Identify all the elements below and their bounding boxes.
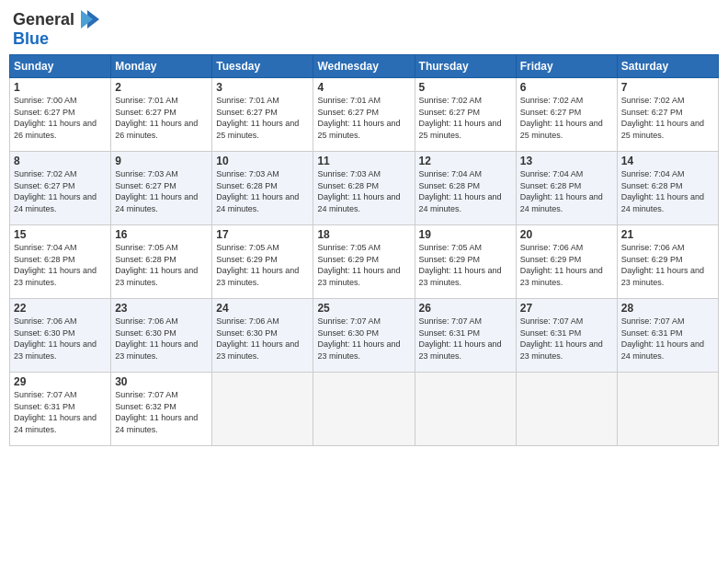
day-number: 1 [14, 81, 107, 94]
day-info: Sunrise: 7:01 AMSunset: 6:27 PMDaylight:… [115, 96, 198, 140]
calendar-day-cell: 20 Sunrise: 7:06 AMSunset: 6:29 PMDaylig… [516, 225, 617, 299]
weekday-header: Saturday [617, 55, 718, 78]
day-number: 4 [317, 81, 410, 94]
day-number: 17 [216, 228, 309, 241]
day-info: Sunrise: 7:02 AMSunset: 6:27 PMDaylight:… [419, 96, 502, 140]
day-number: 30 [115, 375, 208, 388]
calendar-day-cell [313, 373, 415, 446]
day-info: Sunrise: 7:05 AMSunset: 6:29 PMDaylight:… [216, 243, 299, 287]
day-number: 14 [621, 155, 714, 167]
day-number: 26 [419, 302, 512, 315]
day-info: Sunrise: 7:01 AMSunset: 6:27 PMDaylight:… [216, 96, 299, 140]
calendar-week-row: 8 Sunrise: 7:02 AMSunset: 6:27 PMDayligh… [10, 152, 719, 225]
day-number: 11 [317, 155, 410, 167]
day-number: 2 [115, 81, 208, 94]
day-info: Sunrise: 7:03 AMSunset: 6:27 PMDaylight:… [115, 169, 198, 213]
calendar-day-cell: 13 Sunrise: 7:04 AMSunset: 6:28 PMDaylig… [516, 152, 617, 225]
calendar-day-cell: 6 Sunrise: 7:02 AMSunset: 6:27 PMDayligh… [516, 78, 617, 152]
calendar-day-cell: 19 Sunrise: 7:05 AMSunset: 6:29 PMDaylig… [415, 225, 516, 299]
day-info: Sunrise: 7:07 AMSunset: 6:31 PMDaylight:… [14, 390, 97, 434]
calendar-header-row: SundayMondayTuesdayWednesdayThursdayFrid… [10, 55, 719, 78]
page-header: General Blue [9, 9, 719, 49]
calendar-day-cell: 21 Sunrise: 7:06 AMSunset: 6:29 PMDaylig… [617, 225, 718, 299]
weekday-header: Tuesday [212, 55, 313, 78]
day-number: 13 [520, 155, 613, 167]
day-number: 5 [419, 81, 512, 94]
day-number: 28 [621, 302, 714, 315]
calendar-day-cell: 29 Sunrise: 7:07 AMSunset: 6:31 PMDaylig… [10, 373, 111, 446]
day-info: Sunrise: 7:07 AMSunset: 6:32 PMDaylight:… [115, 390, 198, 434]
day-number: 6 [520, 81, 613, 94]
calendar-day-cell: 26 Sunrise: 7:07 AMSunset: 6:31 PMDaylig… [415, 299, 516, 373]
day-info: Sunrise: 7:07 AMSunset: 6:30 PMDaylight:… [317, 316, 400, 361]
day-info: Sunrise: 7:03 AMSunset: 6:28 PMDaylight:… [317, 169, 400, 213]
calendar-day-cell: 10 Sunrise: 7:03 AMSunset: 6:28 PMDaylig… [212, 152, 313, 225]
calendar-day-cell: 4 Sunrise: 7:01 AMSunset: 6:27 PMDayligh… [313, 78, 415, 152]
day-info: Sunrise: 7:04 AMSunset: 6:28 PMDaylight:… [520, 169, 603, 213]
day-number: 23 [115, 302, 208, 315]
day-number: 7 [621, 81, 714, 94]
day-info: Sunrise: 7:04 AMSunset: 6:28 PMDaylight:… [621, 169, 704, 213]
calendar-week-row: 29 Sunrise: 7:07 AMSunset: 6:31 PMDaylig… [10, 373, 719, 446]
calendar-day-cell: 16 Sunrise: 7:05 AMSunset: 6:28 PMDaylig… [111, 225, 212, 299]
day-info: Sunrise: 7:07 AMSunset: 6:31 PMDaylight:… [419, 316, 502, 361]
day-info: Sunrise: 7:06 AMSunset: 6:30 PMDaylight:… [14, 316, 97, 361]
day-number: 12 [419, 155, 512, 167]
calendar-day-cell [212, 373, 313, 446]
day-info: Sunrise: 7:05 AMSunset: 6:29 PMDaylight:… [317, 243, 400, 287]
day-number: 24 [216, 302, 309, 315]
day-info: Sunrise: 7:02 AMSunset: 6:27 PMDaylight:… [520, 96, 603, 140]
calendar-table: SundayMondayTuesdayWednesdayThursdayFrid… [9, 54, 719, 446]
calendar-day-cell: 5 Sunrise: 7:02 AMSunset: 6:27 PMDayligh… [415, 78, 516, 152]
calendar-day-cell: 12 Sunrise: 7:04 AMSunset: 6:28 PMDaylig… [415, 152, 516, 225]
logo-icon [74, 9, 100, 29]
calendar-week-row: 22 Sunrise: 7:06 AMSunset: 6:30 PMDaylig… [10, 299, 719, 373]
calendar-day-cell: 9 Sunrise: 7:03 AMSunset: 6:27 PMDayligh… [111, 152, 212, 225]
logo-general: General [13, 10, 74, 29]
calendar-day-cell: 27 Sunrise: 7:07 AMSunset: 6:31 PMDaylig… [516, 299, 617, 373]
weekday-header: Friday [516, 55, 617, 78]
day-info: Sunrise: 7:05 AMSunset: 6:29 PMDaylight:… [419, 243, 502, 287]
day-info: Sunrise: 7:05 AMSunset: 6:28 PMDaylight:… [115, 243, 198, 287]
calendar-day-cell: 2 Sunrise: 7:01 AMSunset: 6:27 PMDayligh… [111, 78, 212, 152]
logo: General Blue [13, 9, 100, 49]
day-number: 22 [14, 302, 107, 315]
weekday-header: Sunday [10, 55, 111, 78]
calendar-day-cell: 22 Sunrise: 7:06 AMSunset: 6:30 PMDaylig… [10, 299, 111, 373]
day-info: Sunrise: 7:06 AMSunset: 6:29 PMDaylight:… [621, 243, 704, 287]
day-info: Sunrise: 7:06 AMSunset: 6:29 PMDaylight:… [520, 243, 603, 287]
day-number: 8 [14, 155, 107, 167]
day-info: Sunrise: 7:06 AMSunset: 6:30 PMDaylight:… [115, 316, 198, 361]
calendar-day-cell: 30 Sunrise: 7:07 AMSunset: 6:32 PMDaylig… [111, 373, 212, 446]
calendar-day-cell [415, 373, 516, 446]
day-info: Sunrise: 7:07 AMSunset: 6:31 PMDaylight:… [520, 316, 603, 361]
calendar-day-cell: 7 Sunrise: 7:02 AMSunset: 6:27 PMDayligh… [617, 78, 718, 152]
day-number: 15 [14, 228, 107, 241]
calendar-day-cell: 8 Sunrise: 7:02 AMSunset: 6:27 PMDayligh… [10, 152, 111, 225]
calendar-day-cell: 25 Sunrise: 7:07 AMSunset: 6:30 PMDaylig… [313, 299, 415, 373]
calendar-day-cell: 11 Sunrise: 7:03 AMSunset: 6:28 PMDaylig… [313, 152, 415, 225]
weekday-header: Monday [111, 55, 212, 78]
day-info: Sunrise: 7:04 AMSunset: 6:28 PMDaylight:… [419, 169, 502, 213]
day-info: Sunrise: 7:00 AMSunset: 6:27 PMDaylight:… [14, 96, 97, 140]
day-number: 25 [317, 302, 410, 315]
calendar-day-cell: 23 Sunrise: 7:06 AMSunset: 6:30 PMDaylig… [111, 299, 212, 373]
calendar-day-cell: 15 Sunrise: 7:04 AMSunset: 6:28 PMDaylig… [10, 225, 111, 299]
calendar-week-row: 1 Sunrise: 7:00 AMSunset: 6:27 PMDayligh… [10, 78, 719, 152]
day-info: Sunrise: 7:04 AMSunset: 6:28 PMDaylight:… [14, 243, 97, 287]
day-number: 16 [115, 228, 208, 241]
day-info: Sunrise: 7:07 AMSunset: 6:31 PMDaylight:… [621, 316, 704, 361]
day-number: 3 [216, 81, 309, 94]
calendar-day-cell [617, 373, 718, 446]
day-number: 19 [419, 228, 512, 241]
day-info: Sunrise: 7:02 AMSunset: 6:27 PMDaylight:… [14, 169, 97, 213]
svg-marker-1 [81, 10, 93, 29]
calendar-day-cell: 28 Sunrise: 7:07 AMSunset: 6:31 PMDaylig… [617, 299, 718, 373]
day-number: 10 [216, 155, 309, 167]
day-info: Sunrise: 7:01 AMSunset: 6:27 PMDaylight:… [317, 96, 400, 140]
day-number: 27 [520, 302, 613, 315]
calendar-day-cell: 17 Sunrise: 7:05 AMSunset: 6:29 PMDaylig… [212, 225, 313, 299]
day-info: Sunrise: 7:06 AMSunset: 6:30 PMDaylight:… [216, 316, 299, 361]
calendar-day-cell: 3 Sunrise: 7:01 AMSunset: 6:27 PMDayligh… [212, 78, 313, 152]
calendar-day-cell: 18 Sunrise: 7:05 AMSunset: 6:29 PMDaylig… [313, 225, 415, 299]
